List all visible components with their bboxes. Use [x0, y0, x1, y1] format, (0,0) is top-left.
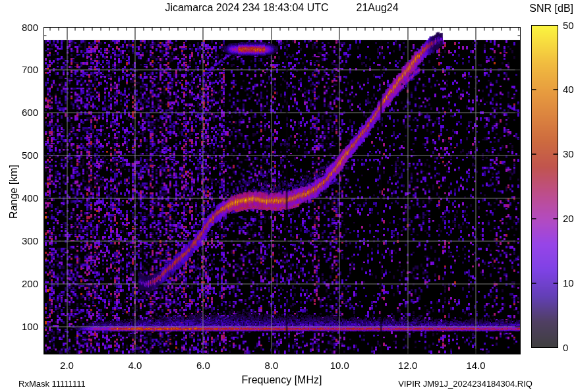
y-tick-label: 100: [12, 321, 38, 332]
y-tick-label: 300: [12, 235, 38, 246]
y-tick-label: 800: [12, 22, 38, 33]
rxmask-text: RxMask 11111111: [18, 379, 86, 389]
x-tick-label: 14.0: [461, 360, 490, 371]
colorbar-title: SNR [dB]: [507, 3, 573, 14]
chart-title: Jicamarca 2024 234 18:43:04 UTC21Aug24: [43, 2, 520, 14]
x-tick-label: 2.0: [53, 360, 82, 371]
ionogram-heatmap-canvas: [0, 0, 576, 392]
colorbar-tick-label: 40: [563, 84, 576, 95]
x-tick-label: 6.0: [188, 360, 217, 371]
y-tick-label: 700: [12, 64, 38, 75]
colorbar-tick-label: 0: [563, 342, 576, 353]
x-tick-label: 12.0: [393, 360, 422, 371]
datafile-text: VIPIR JM91J_2024234184304.RIQ: [366, 379, 533, 389]
colorbar-tick-label: 10: [563, 277, 576, 289]
colorbar-tick-label: 20: [563, 213, 576, 224]
y-tick-label: 500: [12, 150, 38, 161]
y-tick-label: 400: [12, 192, 38, 204]
x-tick-label: 10.0: [325, 360, 354, 371]
x-tick-label: 8.0: [257, 360, 286, 371]
y-tick-label: 200: [12, 278, 38, 289]
title-text: Jicamarca 2024 234 18:43:04 UTC: [165, 2, 328, 13]
colorbar-tick-label: 50: [563, 20, 576, 31]
colorbar-tick-label: 30: [563, 148, 576, 159]
x-tick-label: 4.0: [121, 360, 150, 371]
date-label: 21Aug24: [357, 2, 399, 13]
y-tick-label: 600: [12, 107, 38, 118]
